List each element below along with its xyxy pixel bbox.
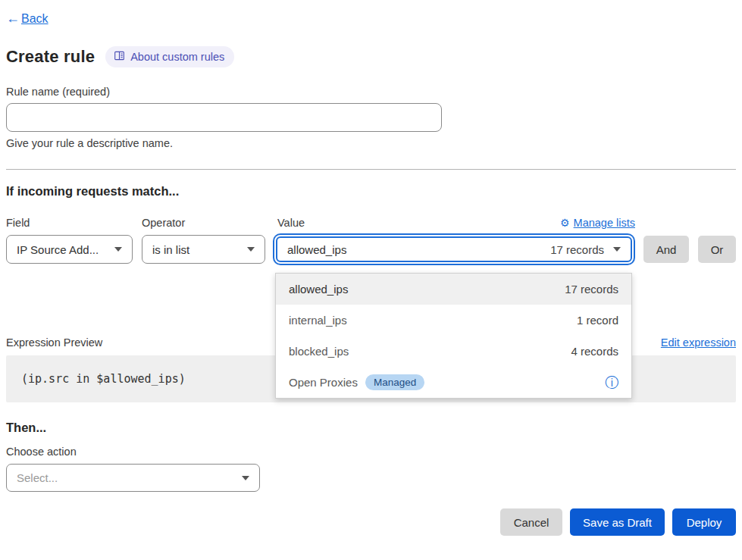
list-item-records: 17 records: [565, 283, 618, 296]
footer-actions: Cancel Save as Draft Deploy: [6, 508, 736, 536]
back-arrow-icon: ←: [6, 11, 20, 27]
manage-lists-label: Manage lists: [574, 217, 635, 229]
manage-lists-link[interactable]: ⚙ Manage lists: [560, 217, 635, 229]
dropdown-item-allowed-ips[interactable]: allowed_ips 17 records: [276, 274, 631, 305]
field-select[interactable]: IP Source Add...: [6, 235, 133, 264]
cancel-button[interactable]: Cancel: [500, 508, 562, 536]
field-label: Field: [6, 217, 142, 229]
value-select-wrap: allowed_ips 17 records: [273, 236, 635, 262]
match-controls-row: IP Source Add... is in list allowed_ips …: [6, 235, 736, 264]
about-custom-rules-link[interactable]: About custom rules: [105, 46, 234, 67]
save-as-draft-button[interactable]: Save as Draft: [570, 508, 665, 536]
match-section-heading: If incoming requests match...: [6, 184, 736, 199]
deploy-button[interactable]: Deploy: [672, 508, 736, 536]
value-header: Value ⚙ Manage lists: [273, 217, 635, 229]
list-item-name: internal_ips: [289, 314, 347, 327]
field-select-value: IP Source Add...: [17, 243, 99, 256]
chevron-down-icon: [114, 247, 122, 252]
chevron-down-icon: [247, 247, 255, 252]
expression-preview-label: Expression Preview: [6, 336, 102, 349]
rule-name-input[interactable]: [6, 103, 442, 132]
list-item-name: Open Proxies: [289, 376, 358, 389]
operator-label: Operator: [142, 217, 273, 229]
action-select[interactable]: Select...: [6, 464, 260, 492]
value-select-records: 17 records: [550, 243, 604, 256]
then-section-heading: Then...: [6, 421, 736, 435]
match-labels-row: Field Operator Value ⚙ Manage lists: [6, 217, 736, 229]
back-label: Back: [21, 12, 49, 26]
action-select-placeholder: Select...: [17, 471, 58, 484]
expression-code: (ip.src in $allowed_ips): [21, 372, 186, 386]
rule-name-label: Rule name (required): [6, 86, 736, 98]
list-item-name: blocked_ips: [289, 345, 349, 358]
list-item-records: 4 records: [571, 345, 618, 358]
book-icon: [114, 50, 125, 64]
rule-name-helper: Give your rule a descriptive name.: [6, 137, 736, 149]
create-rule-page: ← Back Create rule About custom rules Ru…: [0, 11, 742, 560]
page-title: Create rule: [6, 47, 95, 67]
dropdown-item-internal-ips[interactable]: internal_ips 1 record: [276, 305, 631, 336]
about-custom-rules-label: About custom rules: [130, 51, 224, 63]
value-select-value: allowed_ips: [287, 243, 346, 256]
operator-select-value: is in list: [152, 243, 189, 256]
value-dropdown-panel: allowed_ips 17 records internal_ips 1 re…: [275, 273, 632, 399]
back-link[interactable]: ← Back: [6, 11, 49, 27]
value-label: Value: [277, 217, 305, 229]
edit-expression-link[interactable]: Edit expression: [661, 336, 736, 349]
or-button[interactable]: Or: [698, 236, 736, 263]
choose-action-label: Choose action: [6, 446, 736, 458]
managed-badge: Managed: [365, 374, 424, 390]
operator-select[interactable]: is in list: [142, 235, 265, 264]
dropdown-item-open-proxies[interactable]: Open Proxies Managed ⓘ: [276, 367, 631, 398]
chevron-down-icon: [613, 247, 621, 252]
chevron-down-icon: [242, 476, 249, 480]
gear-icon: ⚙: [560, 217, 570, 229]
list-item-name: allowed_ips: [289, 283, 348, 296]
and-button[interactable]: And: [643, 236, 689, 263]
list-item-records: 1 record: [577, 314, 618, 327]
info-icon[interactable]: ⓘ: [605, 376, 618, 389]
value-select[interactable]: allowed_ips 17 records: [276, 236, 632, 262]
back-row: ← Back: [6, 11, 736, 27]
dropdown-item-blocked-ips[interactable]: blocked_ips 4 records: [276, 336, 631, 367]
section-divider: [6, 169, 736, 170]
title-row: Create rule About custom rules: [6, 46, 736, 67]
